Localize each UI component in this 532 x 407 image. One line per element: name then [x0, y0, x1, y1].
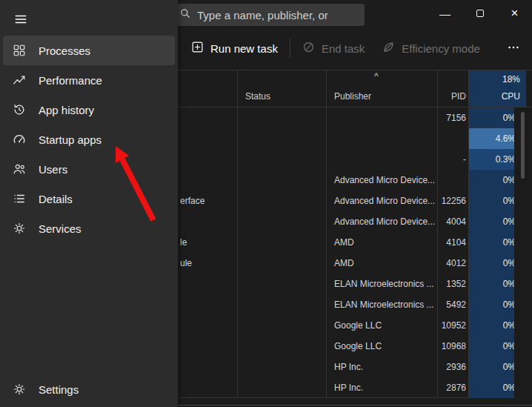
- end-task-button[interactable]: End task: [293, 35, 373, 62]
- more-dots-icon: [507, 41, 520, 54]
- new-task-icon: [191, 41, 204, 56]
- cell-name-fragment: [178, 170, 237, 191]
- cell-name-fragment: [178, 149, 237, 170]
- sidebar-item-performance[interactable]: Performance: [3, 65, 175, 95]
- cell-name-fragment: [178, 294, 237, 315]
- cell-publisher: Advanced Micro Device...: [326, 191, 437, 211]
- cell-name-fragment: [178, 107, 237, 128]
- sort-caret-icon: ^: [374, 71, 379, 82]
- settings-gear-icon: [12, 382, 27, 397]
- cell-name-fragment: ule: [178, 253, 237, 274]
- cell-pid: 10952: [437, 315, 468, 336]
- column-header-pid[interactable]: PID: [437, 70, 468, 107]
- run-new-task-button[interactable]: Run new task: [182, 35, 287, 62]
- services-gear-icon: [12, 221, 27, 236]
- cell-publisher: Advanced Micro Device...: [326, 170, 437, 191]
- close-button[interactable]: ×: [497, 0, 532, 27]
- cell-name-fragment: [178, 128, 237, 149]
- search-box[interactable]: [172, 4, 365, 26]
- cell-publisher: Advanced Micro Device...: [326, 211, 437, 232]
- cell-status: [237, 107, 326, 128]
- cell-pid: -: [437, 149, 468, 170]
- cell-pid: 4104: [437, 232, 468, 253]
- sidebar-item-label: Performance: [39, 74, 102, 87]
- hamburger-icon: [14, 13, 27, 26]
- sidebar-item-label: Settings: [39, 383, 79, 396]
- cell-publisher: [326, 107, 437, 128]
- details-list-icon: [12, 191, 27, 206]
- cell-pid: 4004: [437, 211, 468, 232]
- cell-publisher: [326, 128, 437, 149]
- sidebar-item-app-history[interactable]: App history: [3, 95, 175, 125]
- sidebar-item-processes[interactable]: Processes: [3, 36, 175, 65]
- sidebar-item-label: Services: [39, 222, 82, 235]
- cell-pid: [437, 170, 468, 191]
- cell-status: [237, 191, 326, 211]
- menu-button[interactable]: [7, 7, 34, 31]
- sidebar: Processes Performance App history: [0, 0, 178, 407]
- window-controls: — ×: [428, 0, 532, 27]
- cell-status: [237, 232, 326, 253]
- users-icon: [12, 162, 27, 176]
- cell-status: [237, 253, 326, 274]
- gauge-icon: [12, 132, 27, 147]
- cell-status: [237, 357, 326, 377]
- column-header-cpu[interactable]: 18% CPU: [468, 70, 526, 107]
- more-options-button[interactable]: [499, 35, 528, 62]
- cell-publisher: ELAN Microelectronics ...: [326, 274, 437, 294]
- scrollbar[interactable]: [514, 107, 532, 398]
- cpu-total-percent: 18%: [502, 74, 520, 85]
- cell-status: [237, 336, 326, 357]
- cell-publisher: AMD: [326, 253, 437, 274]
- scrollbar-thumb[interactable]: [521, 112, 525, 179]
- cell-pid: 10968: [437, 336, 468, 357]
- cell-name-fragment: erface: [178, 191, 237, 211]
- sidebar-item-details[interactable]: Details: [3, 184, 175, 214]
- search-input[interactable]: [197, 9, 357, 21]
- column-header-status[interactable]: Status: [237, 70, 326, 107]
- cell-pid: 5492: [437, 294, 468, 315]
- efficiency-mode-label: Efficiency mode: [402, 42, 480, 55]
- maximize-icon: [476, 10, 484, 17]
- sidebar-item-startup-apps[interactable]: Startup apps: [3, 125, 175, 154]
- cell-name-fragment: [178, 336, 237, 357]
- minimize-button[interactable]: —: [428, 0, 462, 27]
- maximize-button[interactable]: [462, 0, 497, 27]
- sidebar-item-label: Startup apps: [39, 133, 102, 146]
- cell-pid: 2876: [437, 377, 468, 398]
- cell-publisher: AMD: [326, 232, 437, 253]
- sidebar-item-label: Users: [39, 163, 67, 176]
- cell-name-fragment: [178, 315, 237, 336]
- column-header-publisher[interactable]: ^ Publisher: [326, 70, 437, 107]
- cell-status: [237, 149, 326, 170]
- cell-publisher: ELAN Microelectronics ...: [326, 294, 437, 315]
- cell-status: [237, 170, 326, 191]
- cell-status: [237, 211, 326, 232]
- run-new-task-label: Run new task: [210, 42, 278, 55]
- leaf-icon: [382, 41, 395, 56]
- search-icon: [179, 7, 191, 22]
- cell-name-fragment: [178, 377, 237, 398]
- cell-publisher: HP Inc.: [326, 377, 437, 398]
- cell-pid: 2936: [437, 357, 468, 377]
- cell-name-fragment: [178, 211, 237, 232]
- performance-icon: [12, 73, 27, 87]
- window-bottom-edge: [178, 405, 532, 406]
- sidebar-item-settings[interactable]: Settings: [3, 374, 175, 404]
- cell-name-fragment: [178, 274, 237, 294]
- task-manager-window: — × Run new task End task: [0, 0, 532, 407]
- cell-pid: [437, 128, 468, 149]
- toolbar-divider: [290, 39, 290, 58]
- toolbar: Run new task End task Efficiency mode: [178, 27, 532, 70]
- end-task-icon: [302, 41, 315, 56]
- cell-pid: 12256: [437, 191, 468, 211]
- cell-pid: 7156: [437, 107, 468, 128]
- cell-publisher: Google LLC: [326, 336, 437, 357]
- end-task-label: End task: [322, 42, 365, 55]
- sidebar-item-users[interactable]: Users: [3, 154, 175, 184]
- cell-name-fragment: [178, 357, 237, 377]
- sidebar-item-services[interactable]: Services: [3, 214, 175, 243]
- efficiency-mode-button[interactable]: Efficiency mode: [373, 35, 489, 62]
- sidebar-item-label: Details: [39, 193, 73, 205]
- cell-name-fragment: le: [178, 232, 237, 253]
